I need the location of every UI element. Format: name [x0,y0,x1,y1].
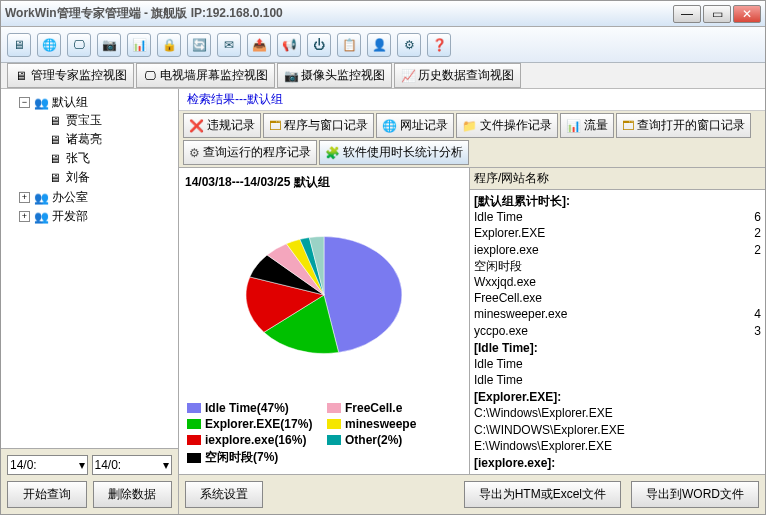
tab-icon: 🧩 [325,146,340,160]
computer-icon: 🖥 [47,113,63,129]
detail-row[interactable]: C:\WINDOWS\Explorer.EXE [474,422,761,438]
legend-item: Idle Time(47%) [187,401,321,415]
detail-header: 程序/网站名称 [470,168,765,190]
detail-row[interactable]: E:\Windows\Explorer.EXE [474,438,761,454]
query-button[interactable]: 开始查询 [7,481,87,508]
tab-wall-view[interactable]: 🖵电视墙屏幕监控视图 [136,63,275,88]
tree-node[interactable]: 🖥刘备 [33,169,174,186]
message-icon[interactable]: ✉ [217,33,241,57]
legend-swatch [327,435,341,445]
legend-item: FreeCell.e [327,401,461,415]
record-tab[interactable]: 🗔查询打开的窗口记录 [616,113,751,138]
record-tab[interactable]: 📁文件操作记录 [456,113,558,138]
detail-row[interactable]: Idle Time6 [474,209,761,225]
globe-icon[interactable]: 🌐 [37,33,61,57]
camera-icon[interactable]: 📷 [97,33,121,57]
legend-swatch [187,435,201,445]
search-result-label: 检索结果---默认组 [179,89,765,111]
help-icon[interactable]: ❓ [427,33,451,57]
record-tab[interactable]: ⚙查询运行的程序记录 [183,140,317,165]
group-icon: 👥 [33,190,49,206]
tab-icon: 📁 [462,119,477,133]
chart-legend: Idle Time(47%)FreeCell.eExplorer.EXE(17%… [183,397,465,470]
settings-icon[interactable]: ⚙ [397,33,421,57]
tab-icon: 🗔 [622,119,634,133]
tree-node[interactable]: +👥开发部 [19,208,174,225]
legend-swatch [187,453,201,463]
detail-list[interactable]: [默认组累计时长]:Idle Time6Explorer.EXE2iexplor… [470,190,765,474]
close-button[interactable]: ✕ [733,5,761,23]
refresh-icon[interactable]: 🔄 [187,33,211,57]
delete-button[interactable]: 删除数据 [93,481,173,508]
record-tab[interactable]: 🗔程序与窗口记录 [263,113,374,138]
send-icon[interactable]: 📤 [247,33,271,57]
export-excel-button[interactable]: 导出为HTM或Excel文件 [464,481,621,508]
detail-row[interactable]: minesweeper.exe4 [474,306,761,322]
chart-icon[interactable]: 📊 [127,33,151,57]
detail-row[interactable]: Explorer.EXE2 [474,225,761,241]
detail-row[interactable]: Wxxjqd.exe [474,274,761,290]
camera-icon: 📷 [284,69,298,83]
tree-node[interactable]: 🖥诸葛亮 [33,131,174,148]
power-icon[interactable]: ⏻ [307,33,331,57]
detail-group-title: [iexplore.exe]: [474,455,761,471]
pie-chart [183,193,465,397]
screens-icon[interactable]: 🖵 [67,33,91,57]
detail-row[interactable]: iexplore.exe2 [474,242,761,258]
group-icon: 👥 [33,209,49,225]
detail-row[interactable]: 空闲时段 [474,258,761,274]
expand-icon[interactable]: + [19,192,30,203]
minimize-button[interactable]: — [673,5,701,23]
detail-row[interactable]: FreeCell.exe [474,290,761,306]
tree-node[interactable]: 🖥张飞 [33,150,174,167]
tab-monitor-view[interactable]: 🖥管理专家监控视图 [7,63,134,88]
tree-node[interactable]: +👥办公室 [19,189,174,206]
computer-icon: 🖥 [47,132,63,148]
broadcast-icon[interactable]: 📢 [277,33,301,57]
window-title: WorkWin管理专家管理端 - 旗舰版 IP:192.168.0.100 [5,5,283,22]
clipboard-icon[interactable]: 📋 [337,33,361,57]
user-icon[interactable]: 👤 [367,33,391,57]
detail-row[interactable]: Idle Time [474,372,761,388]
lock-icon[interactable]: 🔒 [157,33,181,57]
content-area: 检索结果---默认组 ❌违规记录🗔程序与窗口记录🌐网址记录📁文件操作记录📊流量🗔… [179,89,765,514]
pie-slice [324,237,402,353]
tab-icon: 📊 [566,119,581,133]
detail-row[interactable]: Idle Time [474,356,761,372]
detail-group-title: [Explorer.EXE]: [474,389,761,405]
tab-history-view[interactable]: 📈历史数据查询视图 [394,63,521,88]
detail-row[interactable]: yccpo.exe3 [474,323,761,339]
history-icon: 📈 [401,69,415,83]
monitor-icon: 🖥 [14,69,28,83]
date-to-input[interactable]: 14/0:▾ [92,455,173,475]
tab-camera-view[interactable]: 📷摄像头监控视图 [277,63,392,88]
tree-node[interactable]: −👥默认组 [19,94,174,111]
legend-item: Explorer.EXE(17%) [187,417,321,431]
expand-icon[interactable]: − [19,97,30,108]
legend-swatch [327,403,341,413]
computer-icon: 🖥 [47,151,63,167]
detail-row[interactable]: C:\Windows\Explorer.EXE [474,405,761,421]
date-from-input[interactable]: 14/0:▾ [7,455,88,475]
tab-icon: ❌ [189,119,204,133]
main-toolbar: 🖥 🌐 🖵 📷 📊 🔒 🔄 ✉ 📤 📢 ⏻ 📋 👤 ⚙ ❓ [1,27,765,63]
record-tab[interactable]: ❌违规记录 [183,113,261,138]
record-tab[interactable]: 📊流量 [560,113,614,138]
dropdown-icon: ▾ [163,458,169,472]
settings-button[interactable]: 系统设置 [185,481,263,508]
view-tabs: 🖥管理专家监控视图 🖵电视墙屏幕监控视图 📷摄像头监控视图 📈历史数据查询视图 [1,63,765,89]
legend-item: minesweepe [327,417,461,431]
record-tab[interactable]: 🧩软件使用时长统计分析 [319,140,469,165]
export-word-button[interactable]: 导出到WORD文件 [631,481,759,508]
detail-group-title: [Idle Time]: [474,340,761,356]
monitor-icon[interactable]: 🖥 [7,33,31,57]
maximize-button[interactable]: ▭ [703,5,731,23]
group-icon: 👥 [33,95,49,111]
wall-icon: 🖵 [143,69,157,83]
record-tab[interactable]: 🌐网址记录 [376,113,454,138]
tab-icon: ⚙ [189,146,200,160]
client-tree[interactable]: −👥默认组🖥贾宝玉🖥诸葛亮🖥张飞🖥刘备+👥办公室+👥开发部 [1,89,178,449]
tree-node[interactable]: 🖥贾宝玉 [33,112,174,129]
tab-icon: 🌐 [382,119,397,133]
expand-icon[interactable]: + [19,211,30,222]
